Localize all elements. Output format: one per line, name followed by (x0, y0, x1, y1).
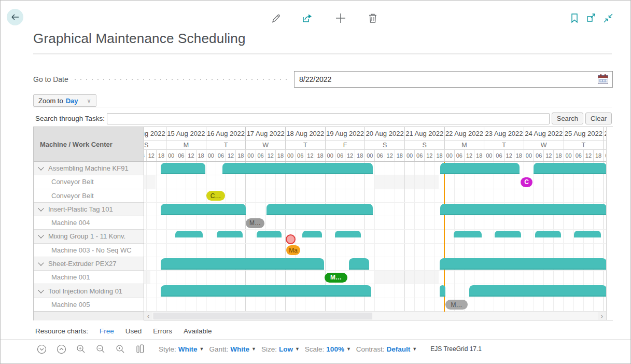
tree-row-11[interactable]: Machine 005 (34, 298, 144, 312)
style-label: Style: (159, 345, 176, 353)
scrollbar-thumb[interactable] (153, 313, 372, 319)
gantt-task-bar[interactable] (440, 258, 606, 270)
goto-date-input[interactable]: 8/22/2022 (294, 71, 613, 88)
size-select[interactable]: Size:Low▼ (261, 345, 300, 353)
gantt-task-bar[interactable] (222, 163, 373, 174)
contrast-select[interactable]: Contrast:Default▼ (356, 345, 417, 353)
hour-header-cell: 18 (355, 150, 364, 161)
hour-gridline (424, 162, 425, 312)
gantt-task-bar[interactable] (454, 231, 482, 237)
tree-expand-chevron-icon[interactable] (38, 233, 44, 239)
gantt-task-bar[interactable] (349, 258, 369, 270)
search-button[interactable]: Search (552, 113, 583, 124)
gantt-event-pill[interactable]: C (521, 177, 532, 187)
tree-row-label: Machine 005 (51, 301, 90, 309)
edit-button[interactable] (269, 11, 283, 25)
gantt-task-bar[interactable] (535, 231, 561, 237)
gantt-event-pill[interactable]: M… (246, 218, 264, 228)
hour-gridline (414, 162, 415, 312)
scroll-left-arrow[interactable]: ‹ (144, 312, 152, 320)
weekday-header-cell: M (444, 141, 484, 149)
tree-row-10[interactable]: Tool Injection Molding 01 (34, 284, 144, 298)
resource-chart-link-free[interactable]: Free (100, 327, 114, 335)
date-header-cell: 20 Aug 2022 (364, 127, 404, 140)
gantt-task-bar[interactable] (495, 231, 521, 237)
tree-expand-chevron-icon[interactable] (38, 164, 44, 170)
gantt-task-bar[interactable] (161, 258, 324, 270)
tree-row-7[interactable]: Machine 003 - No Seq WC (34, 244, 144, 257)
tree-expand-chevron-icon[interactable] (38, 260, 44, 265)
tree-expand-chevron-icon[interactable] (38, 287, 44, 293)
tree-row-1[interactable]: Assembling Machine KF91 (34, 162, 144, 175)
collapse-header-button[interactable] (601, 11, 615, 25)
treegrid-version: EJS TreeGrid 17.1 (430, 345, 482, 353)
zoom-to-value: Day (66, 97, 78, 105)
open-window-button[interactable] (584, 11, 598, 25)
gantt-task-bar[interactable] (440, 285, 445, 297)
weekday-header-cell: W (245, 141, 285, 149)
expand-all-button[interactable] (55, 343, 67, 355)
weekday-header-cell: T (484, 141, 524, 149)
tree-row-3[interactable]: Conveyor Belt (34, 189, 144, 203)
tree-expand-chevron-icon[interactable] (38, 205, 44, 211)
dropdown-arrow-icon: ▼ (412, 346, 417, 352)
resource-chart-link-used[interactable]: Used (125, 327, 142, 335)
calendar-icon[interactable] (598, 75, 608, 84)
add-button[interactable] (334, 11, 347, 25)
scale-select[interactable]: Scale:100%▼ (305, 345, 351, 353)
resource-charts-row: Resource charts:FreeUsedErrorsAvailable (35, 326, 212, 336)
delete-button[interactable] (366, 11, 380, 25)
gantt-task-bar[interactable] (335, 231, 361, 237)
vertical-scrollbar[interactable] (606, 127, 613, 320)
horizontal-scrollbar[interactable]: ‹› (144, 312, 606, 320)
fit-columns-button[interactable] (134, 343, 146, 355)
gantt-task-bar[interactable] (175, 231, 203, 237)
zoom-in-button[interactable] (75, 343, 87, 355)
gantt-task-bar[interactable] (534, 163, 606, 174)
gantt-event-pill[interactable]: C… (206, 191, 225, 201)
tree-row-2[interactable]: Conveyor Belt (34, 175, 144, 189)
gantt-event-pill[interactable]: M… (445, 300, 468, 310)
collapse-all-button[interactable] (35, 343, 48, 355)
zoom-to-select[interactable]: Zoom to Day ∨ (33, 94, 96, 107)
hour-header-cell: 18 (196, 150, 206, 161)
gantt-task-bar[interactable] (257, 231, 282, 237)
gantt-task-bar[interactable] (217, 231, 243, 237)
footer-selects: Style:White▼Gantt:White▼Size:Low▼Scale:1… (153, 345, 417, 353)
gantt-select[interactable]: Gantt:White▼ (209, 345, 256, 353)
zoom-reset-button[interactable] (114, 343, 127, 355)
gantt-event-pill[interactable]: Ma (286, 245, 300, 255)
tree-row-5[interactable]: Machine 004 (34, 216, 144, 230)
hour-header-cell: 00 (444, 150, 454, 161)
back-button[interactable] (7, 9, 23, 25)
tree-row-4[interactable]: Insert-Plastic Tag 101 (34, 203, 144, 216)
gantt-task-bar[interactable] (440, 163, 520, 174)
gantt-task-bar[interactable] (161, 285, 371, 297)
gantt-task-bar[interactable] (574, 231, 601, 237)
tree-row-9[interactable]: Machine 001 (34, 271, 144, 284)
gantt-task-bar[interactable] (440, 204, 606, 215)
resource-chart-link-available[interactable]: Available (184, 327, 212, 335)
fit-columns-icon (135, 344, 145, 354)
zoom-out-button[interactable] (94, 343, 107, 355)
tree-row-6[interactable]: Mixing Group 1 - 11 Konv. (34, 230, 144, 243)
search-input[interactable] (107, 113, 550, 124)
gantt-task-bar[interactable] (267, 204, 373, 215)
dotted-leader (75, 79, 287, 80)
style-select[interactable]: Style:White▼ (159, 345, 204, 353)
share-button[interactable] (301, 11, 314, 25)
gantt-task-bar[interactable] (469, 285, 606, 297)
size-value: Low (279, 345, 293, 353)
tree-row-8[interactable]: Sheet-Extruder PEX27 (34, 257, 144, 271)
form-divider (33, 107, 612, 107)
gantt-task-bar[interactable] (161, 163, 205, 174)
gantt-task-bar[interactable] (161, 204, 246, 215)
scroll-right-arrow[interactable]: › (598, 312, 606, 320)
bookmark-button[interactable] (568, 11, 581, 25)
resource-chart-link-errors[interactable]: Errors (153, 327, 172, 335)
gantt-event-pill[interactable]: M… (325, 273, 347, 283)
resource-charts-label: Resource charts: (35, 327, 88, 335)
clear-button[interactable]: Clear (585, 113, 612, 124)
gantt-task-bar[interactable] (302, 231, 322, 237)
hour-header-cell: 18 (514, 150, 524, 161)
